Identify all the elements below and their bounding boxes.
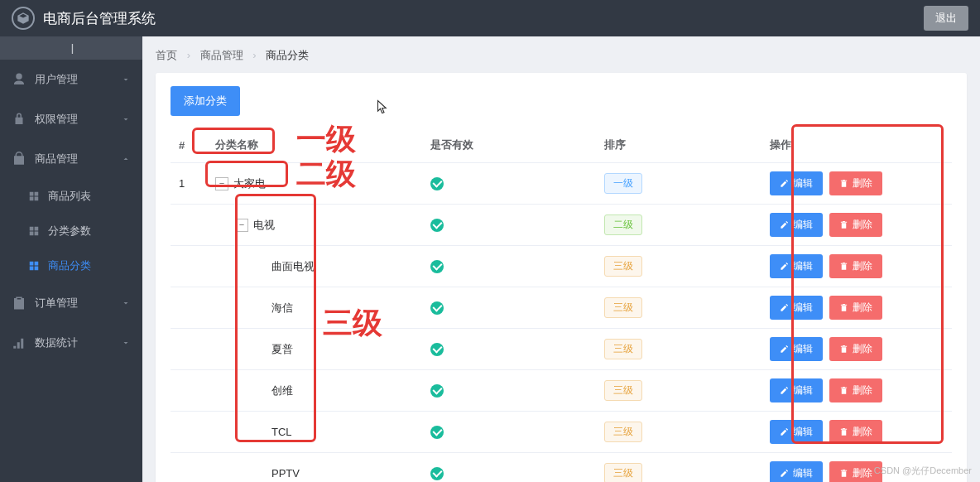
cell-sort: 三级 (596, 287, 761, 329)
delete-label: 删除 (853, 176, 872, 190)
annotation-label-level2: 二级 (296, 154, 356, 195)
cell-name: 夏普 (207, 329, 422, 370)
chevron-down-icon (121, 298, 131, 308)
check-icon (430, 260, 444, 273)
edit-label: 编辑 (793, 218, 813, 232)
pencil-icon (780, 427, 789, 436)
edit-button[interactable]: 编辑 (770, 378, 823, 402)
expand-toggle[interactable]: − (235, 219, 248, 232)
sidebar-item-goods[interactable]: 商品管理 (0, 139, 142, 179)
edit-button[interactable]: 编辑 (770, 461, 823, 482)
cell-name: TCL (207, 412, 422, 453)
delete-button[interactable]: 删除 (829, 171, 882, 195)
edit-label: 编辑 (793, 176, 813, 190)
category-name: 创维 (271, 383, 293, 398)
edit-button[interactable]: 编辑 (770, 213, 823, 237)
cell-valid (422, 370, 596, 412)
cell-ops: 编辑删除 (761, 287, 952, 329)
cell-ops: 编辑删除 (761, 329, 952, 370)
breadcrumb-current: 商品分类 (266, 49, 309, 61)
edit-label: 编辑 (793, 301, 813, 315)
grid-icon (28, 225, 40, 237)
sidebar-sub-label: 商品列表 (48, 189, 91, 204)
sidebar-sub-goods-list[interactable]: 商品列表 (0, 179, 142, 214)
breadcrumb-section[interactable]: 商品管理 (200, 49, 243, 61)
app-title: 电商后台管理系统 (43, 9, 924, 28)
sidebar-item-permissions[interactable]: 权限管理 (0, 99, 142, 139)
check-icon (430, 219, 444, 232)
edit-button[interactable]: 编辑 (770, 296, 823, 320)
th-index: # (171, 128, 207, 163)
delete-label: 删除 (853, 259, 872, 273)
add-category-button[interactable]: 添加分类 (171, 86, 240, 116)
breadcrumb-home[interactable]: 首页 (156, 49, 177, 61)
delete-button[interactable]: 删除 (829, 254, 882, 278)
check-icon (430, 177, 444, 190)
level-tag: 三级 (604, 256, 642, 277)
delete-label: 删除 (853, 301, 872, 315)
sidebar-sub-label: 商品分类 (48, 258, 91, 273)
trash-icon (839, 179, 848, 188)
edit-label: 编辑 (793, 466, 813, 480)
cell-valid (422, 287, 596, 329)
cell-index: 1 (171, 163, 207, 205)
chevron-down-icon (121, 338, 131, 348)
edit-button[interactable]: 编辑 (770, 420, 823, 444)
trash-icon (839, 469, 848, 478)
app-logo (12, 7, 35, 30)
logout-button[interactable]: 退出 (924, 6, 968, 31)
cell-ops: 编辑删除 (761, 412, 952, 453)
sidebar-item-users[interactable]: 用户管理 (0, 60, 142, 99)
cell-valid (422, 453, 596, 483)
chart-icon (12, 335, 26, 350)
delete-button[interactable]: 删除 (829, 337, 882, 361)
trash-icon (839, 427, 848, 436)
delete-label: 删除 (853, 425, 872, 439)
sidebar-collapse-toggle[interactable]: ||| (0, 36, 142, 60)
sidebar: ||| 用户管理 权限管理 商品管理 商品列表 分类参数 商品分类 (0, 36, 142, 482)
watermark: CSDN @光仔December (874, 465, 972, 477)
level-tag: 二级 (604, 214, 642, 235)
breadcrumb-sep: › (187, 49, 190, 61)
delete-label: 删除 (853, 218, 872, 232)
cell-sort: 二级 (596, 205, 761, 246)
cell-sort: 三级 (596, 370, 761, 412)
top-bar: 电商后台管理系统 退出 (0, 0, 980, 36)
trash-icon (839, 303, 848, 312)
grid-icon (28, 190, 40, 202)
cell-index (171, 205, 207, 246)
main-content: 首页 › 商品管理 › 商品分类 添加分类 # 分类名称 是否有效 排序 操作 (142, 36, 980, 482)
expand-toggle[interactable]: − (215, 177, 228, 190)
chevron-up-icon (121, 154, 131, 164)
table-row: 海信三级编辑删除 (171, 287, 952, 329)
pencil-icon (780, 179, 789, 188)
delete-button[interactable]: 删除 (829, 420, 882, 444)
category-table: # 分类名称 是否有效 排序 操作 1−大家电一级编辑删除−电视二级编辑删除曲面… (171, 128, 952, 482)
cell-valid (422, 246, 596, 287)
cell-valid (422, 163, 596, 205)
edit-label: 编辑 (793, 259, 813, 273)
category-name: 海信 (271, 301, 293, 316)
delete-button[interactable]: 删除 (829, 296, 882, 320)
sidebar-item-orders[interactable]: 订单管理 (0, 283, 142, 323)
table-row: 夏普三级编辑删除 (171, 329, 952, 370)
sidebar-item-stats[interactable]: 数据统计 (0, 323, 142, 363)
cell-valid (422, 329, 596, 370)
users-icon (12, 72, 26, 87)
sidebar-sub-label: 分类参数 (48, 224, 91, 239)
table-row: 曲面电视三级编辑删除 (171, 246, 952, 287)
pencil-icon (780, 469, 789, 478)
pencil-icon (780, 345, 789, 354)
sidebar-sub-category-params[interactable]: 分类参数 (0, 214, 142, 248)
edit-button[interactable]: 编辑 (770, 337, 823, 361)
th-valid: 是否有效 (422, 128, 596, 163)
delete-label: 删除 (853, 383, 872, 398)
sidebar-sub-goods-category[interactable]: 商品分类 (0, 248, 142, 283)
delete-button[interactable]: 删除 (829, 213, 882, 237)
delete-button[interactable]: 删除 (829, 378, 882, 402)
cell-index (171, 370, 207, 412)
table-row: PPTV三级编辑删除 (171, 453, 952, 483)
edit-button[interactable]: 编辑 (770, 254, 823, 278)
cell-name: 曲面电视 (207, 246, 422, 287)
edit-button[interactable]: 编辑 (770, 171, 823, 195)
